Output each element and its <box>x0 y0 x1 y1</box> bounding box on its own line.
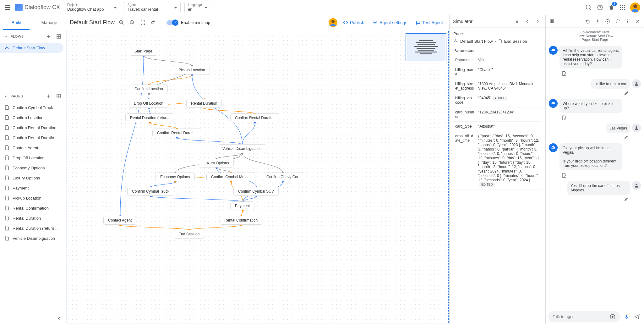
right-panel: Simulator Page Default Start Flow - End … <box>449 15 644 324</box>
flow-node[interactable]: Rental Duration (retur... <box>125 113 174 122</box>
notifications-icon[interactable]: 1 <box>608 4 615 11</box>
flow-node[interactable]: Pickup Location <box>174 66 210 74</box>
search-icon[interactable] <box>585 4 592 11</box>
page-item[interactable]: Payment <box>0 183 66 193</box>
page-item[interactable]: Contact Agent <box>0 143 66 153</box>
more-icon[interactable] <box>623 17 632 26</box>
project-selector[interactable]: Project Dialogflow Chat app <box>64 2 120 13</box>
parameters-table: Parameter Value billing_name"Charlie"bil… <box>453 55 542 190</box>
edit-message-icon[interactable] <box>549 91 641 96</box>
test-agent-button[interactable]: Test Agent <box>413 19 445 26</box>
undo-icon[interactable] <box>583 17 592 26</box>
send-icon[interactable] <box>633 312 641 321</box>
edit-message-icon[interactable] <box>549 197 641 203</box>
flow-node[interactable]: Drop Off Location <box>129 99 168 108</box>
tab-manage[interactable]: Manage <box>33 15 66 30</box>
flow-node[interactable]: Confirm Rental Durati... <box>230 113 279 122</box>
svg-point-6 <box>622 7 623 8</box>
page-item[interactable]: Confirm Cymbal Truck <box>0 102 66 113</box>
collaborator-avatar[interactable] <box>329 18 337 27</box>
zoom-out-icon[interactable] <box>128 19 136 26</box>
flow-node[interactable]: Rental Duration <box>186 99 222 108</box>
page-item[interactable]: Luxury Options <box>0 173 66 183</box>
help-icon[interactable]: ? <box>596 4 604 11</box>
main-menu-button[interactable] <box>4 4 11 11</box>
flow-node[interactable]: Rental Confirmation <box>220 216 262 225</box>
minimap-toggle[interactable]: ✓ <box>166 20 178 25</box>
response-meta-icon[interactable] <box>559 115 568 121</box>
mic-icon[interactable] <box>622 312 631 321</box>
flows-grid-button[interactable] <box>55 33 63 40</box>
apps-icon[interactable] <box>619 4 626 11</box>
flow-node[interactable]: End Session <box>174 230 204 239</box>
agent-selector[interactable]: Agent Travel: car rental <box>124 2 181 13</box>
page-doc-icon <box>4 216 9 221</box>
minimap[interactable] <box>406 33 446 61</box>
close-icon[interactable] <box>633 17 642 26</box>
page-item[interactable]: Confirm Rental Duration <box>0 123 66 133</box>
pages-grid-button[interactable] <box>55 92 63 100</box>
flow-node[interactable]: Vehicle Disambiguation <box>218 144 266 153</box>
reset-view-icon[interactable] <box>150 19 157 26</box>
page-item[interactable]: Vehicle Disambiguation <box>0 233 66 243</box>
sidebar-collapse[interactable] <box>0 313 66 324</box>
table-row: drop_off_date_time{ "past": { "day": 15,… <box>453 131 542 190</box>
table-row: billing_name"Charlie" <box>453 65 542 79</box>
fit-view-icon[interactable] <box>139 19 147 26</box>
flow-node[interactable]: Economy Options <box>156 173 195 181</box>
parameters-label: Parameters <box>453 48 542 53</box>
next-icon[interactable] <box>533 17 542 26</box>
page-item[interactable]: Rental Duration (return ... <box>0 223 66 233</box>
flow-node[interactable]: Confirm Chevy Car <box>262 173 303 181</box>
flow-node[interactable]: Confirm Cymbal Truck <box>127 187 174 196</box>
svg-point-87 <box>636 82 637 84</box>
flow-node[interactable]: Luxury Options <box>199 159 234 167</box>
add-page-button[interactable] <box>45 92 52 100</box>
env-info: Environment: Draft Flow: Default Start F… <box>546 28 644 44</box>
flow-node[interactable]: Contact Agent <box>103 216 136 225</box>
list-icon[interactable] <box>512 17 521 26</box>
flow-node[interactable]: Confirm Cymbal SUV <box>233 187 279 196</box>
product-logo[interactable]: Dialogflow CX <box>15 4 60 11</box>
page-item[interactable]: Rental Duration <box>0 213 66 223</box>
edit-message-icon[interactable] <box>549 135 641 141</box>
flow-node[interactable]: Start Page <box>130 47 157 56</box>
refresh-icon[interactable] <box>613 17 622 26</box>
page-item[interactable]: Confirm Location <box>0 113 66 123</box>
play-icon[interactable] <box>603 17 612 26</box>
zoom-in-icon[interactable] <box>118 19 125 26</box>
chat-input[interactable]: Talk to agent <box>548 311 620 322</box>
flow-canvas[interactable]: Start PagePickup LocationConfirm Locatio… <box>67 31 449 323</box>
response-meta-icon[interactable] <box>559 172 568 178</box>
columns-icon[interactable] <box>548 17 556 26</box>
save-icon[interactable] <box>593 17 602 26</box>
chevron-down-icon[interactable] <box>3 94 8 99</box>
simulator-panel: Simulator Page Default Start Flow - End … <box>450 15 546 324</box>
language-selector[interactable]: Language en <box>184 2 211 13</box>
flow-node[interactable]: Confirm Rental Durati... <box>152 129 201 137</box>
agent-settings-button[interactable]: Agent settings <box>370 19 410 26</box>
account-avatar[interactable] <box>630 3 640 13</box>
add-circle-icon[interactable] <box>609 314 616 320</box>
page-doc-icon <box>4 195 9 200</box>
svg-point-8 <box>620 9 621 10</box>
page-item[interactable]: Confirm Rental Duratio... <box>0 133 66 143</box>
page-item[interactable]: Pickup Location <box>0 193 66 203</box>
prev-icon[interactable] <box>523 17 532 26</box>
flow-item[interactable]: Default Start Flow <box>0 43 63 53</box>
chevron-down-icon[interactable] <box>3 34 8 39</box>
response-meta-icon[interactable] <box>559 70 568 77</box>
page-item[interactable]: Drop Off Location <box>0 153 66 163</box>
flow-node[interactable]: Confirm Location <box>130 85 168 93</box>
publish-button[interactable]: Publish <box>341 19 367 26</box>
page-item[interactable]: Economy Options <box>0 163 66 173</box>
page-item[interactable]: Rental Confirmation <box>0 203 66 213</box>
flow-node[interactable]: Payment <box>230 201 254 210</box>
svg-point-89 <box>554 103 554 103</box>
sidebar-tabs: Build Manage <box>0 15 66 30</box>
table-row: billing_street_address"1800 Amphibious B… <box>453 79 542 93</box>
tab-build[interactable]: Build <box>0 15 33 30</box>
add-flow-button[interactable] <box>45 33 52 40</box>
flow-node[interactable]: Confirm Cymbal Moto... <box>206 173 255 181</box>
table-row: card_number"1234123412341234" <box>453 107 542 122</box>
